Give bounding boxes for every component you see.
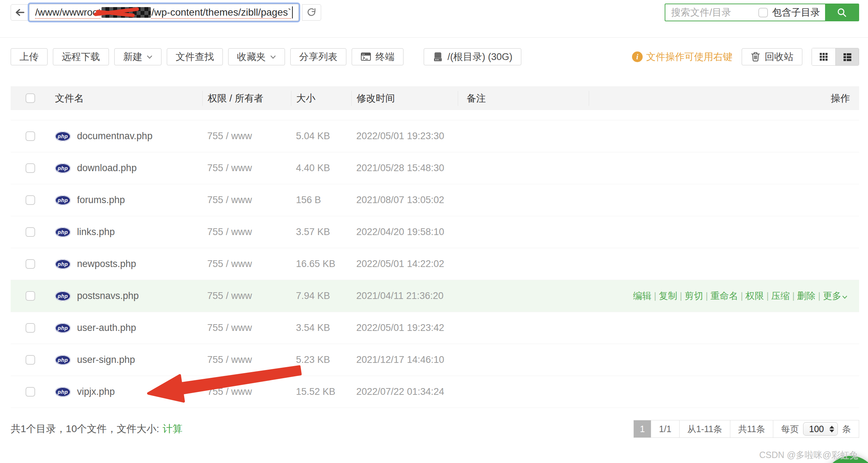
file-permission-owner: 755 / www [202,386,291,397]
search-group: 搜索文件/目录 包含子目录 [665,4,859,21]
file-size: 4.40 KB [291,163,351,174]
table-row[interactable]: php forums.php 755 / www 156 B 2021/08/0… [11,184,859,216]
row-checkbox[interactable] [26,387,35,397]
header-note[interactable]: 备注 [458,91,589,106]
recycle-bin-button[interactable]: 回收站 [742,48,802,65]
row-action-link[interactable]: 权限 [746,290,764,301]
favorites-label: 收藏夹 [237,50,266,63]
header-filename[interactable]: 文件名 [51,92,202,105]
per-page-label: 每页 [781,423,799,435]
file-name[interactable]: links.php [77,227,115,238]
calculate-size-link[interactable]: 计算 [163,423,183,434]
terminal-label: 终端 [375,50,395,63]
file-name[interactable]: documentnav.php [77,131,153,142]
share-list-button[interactable]: 分享列表 [290,48,346,65]
file-permission-owner: 755 / www [202,131,291,142]
row-checkbox[interactable] [26,195,35,205]
recycle-bin-label: 回收站 [765,50,793,63]
grid-view-icon [819,52,829,62]
share-list-label: 分享列表 [299,50,337,63]
upload-button[interactable]: 上传 [11,48,48,65]
table-row[interactable]: php vipjx.php 755 / www 15.52 KB 2022/07… [11,376,859,408]
new-label: 新建 [123,50,142,63]
file-permission-owner: 755 / www [202,163,291,174]
file-name[interactable]: postsnavs.php [77,290,139,301]
php-file-icon: php [55,195,71,205]
directory-summary: 共1个目录，10个文件，文件大小:计算 [11,422,183,436]
file-permission-owner: 755 / www [202,322,291,333]
php-file-icon: php [55,227,71,237]
file-name[interactable]: forums.php [77,195,125,206]
terminal-button[interactable]: 终端 [352,48,403,65]
file-name[interactable]: vipjx.php [77,386,115,397]
pagination: 1 1/1 从1-11条 共11条 每页 100 条 [633,420,859,438]
grid-view-button[interactable] [812,48,835,65]
php-file-icon: php [55,387,71,397]
file-table: 文件名 权限 / 所有者 大小 修改时间 备注 操作 php documentn… [11,86,859,408]
refresh-button[interactable] [302,4,321,21]
file-permission-owner: 755 / www [202,227,291,238]
per-page-cell: 每页 100 条 [773,420,859,438]
row-checkbox[interactable] [26,259,35,269]
include-subdir-checkbox[interactable] [758,8,768,17]
table-row[interactable]: php user-auth.php 755 / www 3.54 KB 2022… [11,312,859,344]
back-button[interactable] [11,4,29,21]
row-checkbox[interactable] [26,163,35,173]
header-modified-time[interactable]: 修改时间 [351,91,458,106]
table-row[interactable]: php newposts.php 755 / www 16.65 KB 2022… [11,248,859,280]
file-name[interactable]: user-sign.php [77,354,135,365]
row-action-more-link[interactable]: 更多 [823,290,847,301]
file-name[interactable]: user-auth.php [77,322,136,333]
row-checkbox[interactable] [26,131,35,141]
header-permission-owner[interactable]: 权限 / 所有者 [202,91,291,106]
text-caret [292,6,293,18]
search-icon [836,7,847,18]
row-action-link[interactable]: 重命名 [710,290,738,301]
file-name[interactable]: newposts.php [77,258,136,269]
file-name[interactable]: download.php [77,163,137,174]
row-action-link[interactable]: 编辑 [633,290,652,301]
file-table-body: php documentnav.php 755 / www 5.04 KB 20… [11,120,859,408]
terminal-icon [361,51,371,62]
favorites-dropdown-button[interactable]: 收藏夹 [228,48,285,65]
row-action-link[interactable]: 剪切 [685,290,703,301]
file-size: 16.65 KB [291,258,351,269]
table-row[interactable]: php user-sign.php 755 / www 5.23 KB 2021… [11,344,859,376]
remote-download-button[interactable]: 远程下载 [53,48,109,65]
page-button-1[interactable]: 1 [633,420,651,438]
file-modified-time: 2022/05/01 14:22:02 [351,258,458,269]
per-page-stepper[interactable]: 100 [803,422,838,436]
path-input[interactable]: /www/wwwroot/wp-content/themes/zibll/pag… [29,4,299,21]
summary-text: 共1个目录，10个文件，文件大小: [11,423,159,434]
disk-button[interactable]: /(根目录) (30G) [424,48,521,65]
file-find-button[interactable]: 文件查找 [167,48,223,65]
file-modified-time: 2022/05/01 19:23:42 [351,322,458,333]
row-checkbox[interactable] [26,227,35,237]
table-row[interactable]: php postsnavs.php 755 / www 7.94 KB 2021… [11,280,859,312]
right-click-tip-label: 文件操作可使用右键 [646,50,732,63]
file-find-label: 文件查找 [176,50,214,63]
php-file-icon: php [55,131,71,141]
search-input[interactable]: 搜索文件/目录 [665,6,758,19]
top-divider [0,37,868,38]
stepper-arrows-icon[interactable] [829,426,837,432]
select-all-checkbox[interactable] [26,93,35,103]
row-action-link[interactable]: 压缩 [771,290,790,301]
table-row[interactable]: php links.php 755 / www 3.57 KB 2022/04/… [11,216,859,248]
row-checkbox[interactable] [26,323,35,333]
php-file-icon: php [55,291,71,301]
file-modified-time: 2021/08/07 13:05:02 [351,195,458,206]
page-ratio: 1/1 [651,420,680,438]
footer: 共1个目录，10个文件，文件大小:计算 1 1/1 从1-11条 共11条 每页… [11,420,859,438]
new-dropdown-button[interactable]: 新建 [114,48,161,65]
table-row[interactable]: php download.php 755 / www 4.40 KB 2021/… [11,152,859,184]
row-action-link[interactable]: 复制 [659,290,677,301]
header-size[interactable]: 大小 [291,91,351,106]
page-total: 共11条 [730,420,773,438]
search-button[interactable] [825,4,858,21]
table-row[interactable]: php documentnav.php 755 / www 5.04 KB 20… [11,120,859,152]
row-action-link[interactable]: 删除 [797,290,815,301]
row-checkbox[interactable] [26,355,35,365]
row-checkbox[interactable] [26,291,35,301]
list-view-button[interactable] [835,48,859,65]
